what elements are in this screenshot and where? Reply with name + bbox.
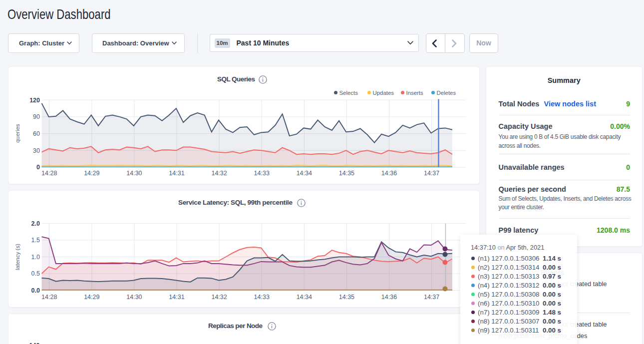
svg-text:14:36: 14:36 — [381, 170, 396, 177]
svg-text:14:32: 14:32 — [211, 293, 227, 300]
svg-text:60: 60 — [33, 130, 40, 137]
svg-text:90: 90 — [33, 113, 40, 120]
svg-text:30: 30 — [33, 147, 40, 154]
svg-text:latency (s): latency (s) — [14, 243, 20, 270]
svg-text:14:33: 14:33 — [254, 170, 269, 177]
svg-text:14:35: 14:35 — [338, 293, 354, 300]
svg-text:14:28: 14:28 — [41, 293, 57, 300]
svg-text:14:31: 14:31 — [169, 170, 184, 177]
svg-text:14:29: 14:29 — [84, 170, 99, 177]
svg-text:14:28: 14:28 — [41, 170, 57, 177]
svg-text:14:33: 14:33 — [254, 293, 269, 300]
svg-text:14:29: 14:29 — [84, 293, 99, 300]
svg-text:2.0: 2.0 — [31, 220, 39, 227]
svg-text:0.0: 0.0 — [31, 287, 39, 294]
svg-text:14:31: 14:31 — [169, 293, 184, 300]
svg-text:14:34: 14:34 — [296, 170, 312, 177]
svg-text:0: 0 — [36, 164, 40, 171]
svg-text:14:32: 14:32 — [211, 170, 227, 177]
svg-text:14:35: 14:35 — [338, 170, 354, 177]
svg-text:120: 120 — [29, 97, 40, 104]
svg-text:queries: queries — [14, 124, 20, 143]
svg-text:0.5: 0.5 — [31, 270, 39, 277]
svg-text:14:36: 14:36 — [381, 293, 396, 300]
svg-text:14:37: 14:37 — [423, 293, 439, 300]
svg-text:14:37: 14:37 — [423, 170, 439, 177]
svg-text:14:30: 14:30 — [126, 170, 142, 177]
svg-text:1.0: 1.0 — [31, 253, 39, 260]
svg-text:14:30: 14:30 — [126, 293, 142, 300]
svg-text:1.5: 1.5 — [31, 237, 39, 244]
svg-text:14:34: 14:34 — [296, 293, 312, 300]
